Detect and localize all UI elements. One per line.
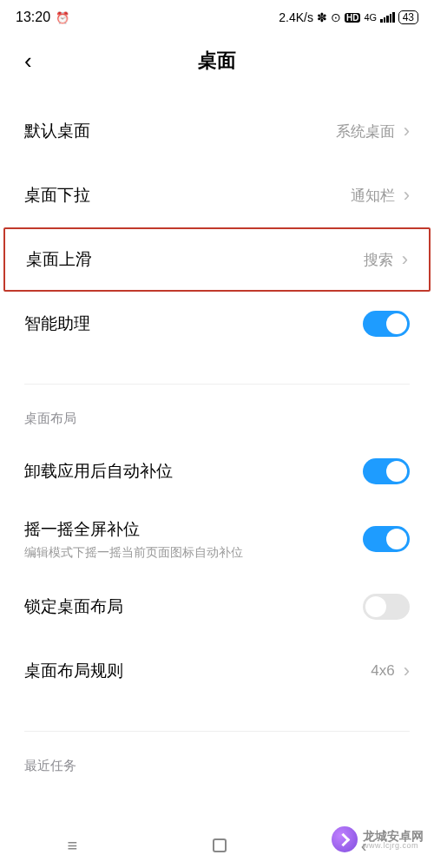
row-value: 搜索 xyxy=(364,250,393,270)
row-value: 4x6 xyxy=(371,662,394,680)
row-label: 智能助理 xyxy=(24,312,363,335)
row-pull-down[interactable]: 桌面下拉 通知栏 › xyxy=(0,163,434,227)
nav-home-icon[interactable] xyxy=(213,838,227,852)
watermark-logo-icon xyxy=(332,826,358,852)
nav-menu-icon[interactable]: ≡ xyxy=(68,836,78,856)
row-lock-layout: 锁定桌面布局 xyxy=(0,575,434,639)
row-label: 桌面布局规则 xyxy=(24,660,371,682)
watermark-text: 龙城安卓网 xyxy=(363,830,424,842)
net-speed: 2.4K/s xyxy=(279,10,313,24)
chevron-right-icon: › xyxy=(404,660,410,682)
bluetooth-icon: ✽ xyxy=(317,10,327,24)
row-label: 卸载应用后自动补位 xyxy=(24,460,363,483)
section-header-layout: 桌面布局 xyxy=(0,385,434,439)
row-value: 通知栏 xyxy=(351,186,395,206)
page-header: ‹ 桌面 xyxy=(0,35,434,87)
battery-indicator: 43 xyxy=(398,10,418,24)
watermark: 龙城安卓网 www.lcjrg.com xyxy=(332,826,424,852)
status-time: 13:20 xyxy=(16,10,50,25)
row-sublabel: 编辑模式下摇一摇当前页面图标自动补位 xyxy=(24,544,363,560)
status-left: 13:20 ⏰ xyxy=(16,10,69,25)
row-label: 默认桌面 xyxy=(24,120,336,142)
row-default-launcher[interactable]: 默认桌面 系统桌面 › xyxy=(0,99,434,163)
alarm-icon: ⏰ xyxy=(56,11,69,24)
row-label: 桌面下拉 xyxy=(24,184,351,207)
row-label: 桌面上滑 xyxy=(26,248,364,271)
row-value: 系统桌面 xyxy=(336,122,395,141)
toggle-lock-layout[interactable] xyxy=(363,594,410,620)
row-shake-fill: 摇一摇全屏补位 编辑模式下摇一摇当前页面图标自动补位 xyxy=(0,503,434,575)
hd-icon: HD xyxy=(345,13,360,23)
signal-icon xyxy=(380,12,395,23)
net-type: 4G xyxy=(364,12,377,23)
watermark-url: www.lcjrg.com xyxy=(363,842,424,850)
section-header-recent: 最近任务 xyxy=(0,732,434,786)
row-auto-fill: 卸载应用后自动补位 xyxy=(0,439,434,503)
row-swipe-up[interactable]: 桌面上滑 搜索 › xyxy=(3,227,431,292)
row-grid-rule[interactable]: 桌面布局规则 4x6 › xyxy=(0,639,434,703)
row-label: 锁定桌面布局 xyxy=(24,595,363,618)
settings-content: 默认桌面 系统桌面 › 桌面下拉 通知栏 › 桌面上滑 搜索 › 智能助理 桌面… xyxy=(0,87,434,786)
toggle-shake-fill[interactable] xyxy=(363,526,410,552)
chevron-right-icon: › xyxy=(404,184,410,207)
page-title: 桌面 xyxy=(16,48,418,74)
toggle-smart-assistant[interactable] xyxy=(363,311,410,337)
row-label: 摇一摇全屏补位 xyxy=(24,518,363,541)
toggle-auto-fill[interactable] xyxy=(363,458,410,484)
clock-icon: ⊙ xyxy=(331,10,341,24)
status-right: 2.4K/s ✽ ⊙ HD 4G 43 xyxy=(279,10,418,24)
status-bar: 13:20 ⏰ 2.4K/s ✽ ⊙ HD 4G 43 xyxy=(0,0,434,35)
chevron-right-icon: › xyxy=(404,120,410,142)
back-button[interactable]: ‹ xyxy=(24,48,32,75)
row-smart-assistant: 智能助理 xyxy=(0,292,434,356)
chevron-right-icon: › xyxy=(402,248,408,271)
